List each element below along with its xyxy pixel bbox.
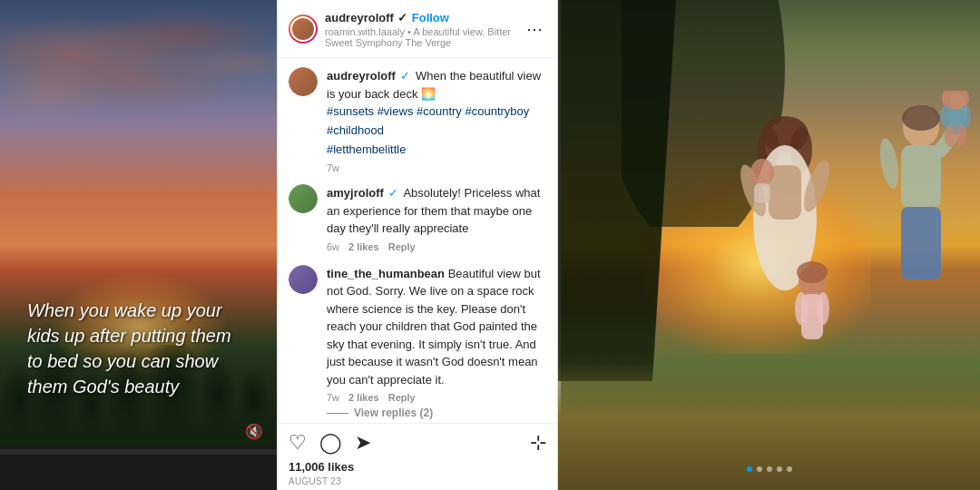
follow-button[interactable]: Follow	[412, 11, 449, 24]
comment-1-likes: 2 likes	[348, 241, 379, 252]
post-header: audreyroloff ✓ Follow roamin.with.laaaly…	[278, 0, 557, 58]
comment-2-likes: 2 likes	[348, 392, 379, 403]
left-panel: When you wake up your kids up after putt…	[0, 0, 277, 490]
header-username[interactable]: audreyroloff	[325, 11, 394, 24]
comment-2-meta: 7w 2 likes Reply	[327, 392, 546, 403]
comment-button[interactable]: ◯	[319, 431, 342, 455]
comment-2-reply[interactable]: Reply	[388, 392, 416, 403]
svg-point-12	[817, 292, 829, 325]
header-username-row: audreyroloff ✓ Follow	[325, 9, 523, 25]
svg-rect-25	[754, 183, 770, 203]
comment-2-time: 7w	[327, 392, 339, 403]
like-button[interactable]: ♡	[289, 431, 307, 455]
verified-icon: ✓	[397, 11, 407, 24]
post-actions: ♡ ◯ ➤ ⊹ 11,006 likes August 23	[278, 423, 557, 490]
svg-point-21	[960, 105, 971, 127]
comment-1-avatar[interactable]	[289, 184, 318, 213]
share-button[interactable]: ➤	[355, 431, 371, 455]
clouds-overlay	[0, 0, 277, 254]
svg-rect-15	[901, 145, 941, 209]
svg-point-20	[940, 105, 951, 127]
comment-2-content: tine_the_humanbean Beautiful view but no…	[327, 265, 546, 420]
comment-1-text: amyjroloff ✓ Absolutely! Priceless what …	[327, 184, 546, 238]
comment-1-username[interactable]: amyjroloff	[327, 186, 384, 200]
fence	[0, 445, 277, 490]
comment-2-text: tine_the_humanbean Beautiful view but no…	[327, 265, 546, 389]
comment-2: tine_the_humanbean Beautiful view but no…	[289, 265, 546, 420]
comment-1-content: amyjroloff ✓ Absolutely! Priceless what …	[327, 184, 546, 252]
caption-hashtags: #sunsets #views #country #countryboy #ch…	[327, 103, 546, 159]
comment-2-avatar[interactable]	[289, 265, 318, 294]
comment-2-body: Beautiful view but not God. Sorry. We li…	[327, 267, 541, 387]
action-icons-row: ♡ ◯ ➤ ⊹	[289, 431, 546, 455]
dot-5[interactable]	[787, 466, 792, 472]
svg-point-22	[945, 125, 956, 147]
svg-rect-16	[901, 207, 941, 279]
caption-avatar[interactable]	[289, 67, 318, 96]
svg-point-14	[902, 105, 940, 131]
dot-4[interactable]	[777, 466, 782, 472]
comment-2-view-replies[interactable]: View replies (2)	[327, 407, 546, 419]
comment-1-meta: 6w 2 likes Reply	[327, 241, 546, 252]
caption-username[interactable]: audreyroloff	[327, 69, 396, 83]
caption-meta: 7w	[327, 162, 546, 173]
right-panel	[558, 0, 980, 490]
comments-panel: audreyroloff ✓ Follow roamin.with.laaaly…	[277, 0, 558, 490]
overlay-text: When you wake up your kids up after putt…	[27, 298, 250, 399]
caption-text: audreyroloff ✓ When the beautiful view i…	[327, 67, 546, 103]
dot-1[interactable]	[747, 466, 752, 472]
caption-time: 7w	[327, 162, 339, 173]
svg-point-11	[795, 292, 808, 325]
comments-section: audreyroloff ✓ When the beautiful view i…	[278, 58, 557, 423]
mute-icon[interactable]: 🔇	[245, 423, 263, 440]
header-subtitle: roamin.with.laaaly • A beautiful view. B…	[325, 26, 523, 48]
comment-2-username[interactable]: tine_the_humanbean	[327, 267, 445, 280]
nav-dots	[747, 466, 792, 472]
comment-1-verified: ✓	[388, 186, 398, 200]
svg-point-17	[877, 137, 901, 190]
comment-1: amyjroloff ✓ Absolutely! Priceless what …	[289, 184, 546, 252]
dot-2[interactable]	[757, 466, 762, 472]
family-svg	[667, 91, 980, 436]
likes-count: 11,006 likes	[289, 460, 546, 474]
caption-block: audreyroloff ✓ When the beautiful view i…	[289, 67, 546, 173]
svg-point-9	[797, 261, 828, 283]
caption-verified: ✓	[400, 69, 410, 83]
reply-line	[327, 413, 348, 414]
header-info: audreyroloff ✓ Follow roamin.with.laaaly…	[325, 9, 523, 48]
dot-3[interactable]	[767, 466, 772, 472]
save-button[interactable]: ⊹	[530, 431, 546, 455]
caption-content: audreyroloff ✓ When the beautiful view i…	[327, 67, 546, 173]
view-replies-2-text[interactable]: View replies (2)	[354, 407, 433, 419]
more-options-button[interactable]: ⋯	[523, 19, 546, 39]
svg-point-23	[956, 125, 966, 147]
header-avatar[interactable]	[289, 15, 318, 44]
comment-1-time: 6w	[327, 241, 339, 252]
comment-1-reply[interactable]: Reply	[388, 241, 416, 252]
post-date: August 23	[289, 476, 546, 486]
svg-point-24	[750, 159, 774, 186]
